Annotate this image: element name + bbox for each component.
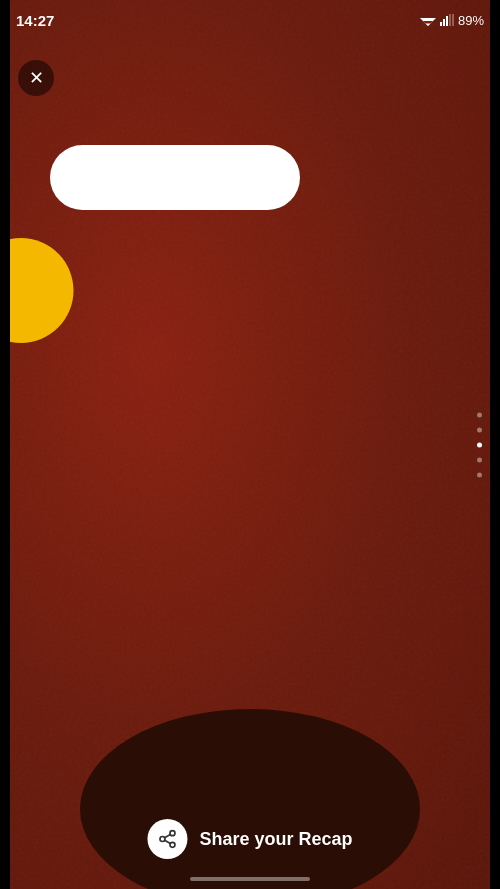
share-icon xyxy=(157,829,177,849)
share-area[interactable]: Share your Recap xyxy=(147,819,352,859)
svg-rect-5 xyxy=(446,16,448,26)
svg-marker-2 xyxy=(425,24,430,27)
svg-line-12 xyxy=(165,834,171,837)
status-time: 14:27 xyxy=(16,12,54,29)
status-bar: 14:27 89% xyxy=(0,0,500,40)
svg-rect-4 xyxy=(443,19,445,26)
white-pill-decoration xyxy=(50,145,300,210)
close-button[interactable]: ✕ xyxy=(18,60,54,96)
status-icons: 89% xyxy=(420,13,484,28)
svg-rect-6 xyxy=(449,14,451,26)
signal-icon xyxy=(440,14,454,26)
pagination-dot-2 xyxy=(477,427,482,432)
pagination-dot-1 xyxy=(477,412,482,417)
svg-line-11 xyxy=(165,840,171,843)
pagination-dot-5 xyxy=(477,472,482,477)
close-icon: ✕ xyxy=(29,69,44,87)
pagination-dot-3 xyxy=(477,442,482,447)
pagination-dot-4 xyxy=(477,457,482,462)
right-frame xyxy=(490,0,500,889)
svg-rect-7 xyxy=(452,14,454,26)
left-frame xyxy=(0,0,10,889)
wifi-icon xyxy=(420,14,436,26)
share-icon-circle xyxy=(147,819,187,859)
screen: 14:27 89% ✕ xyxy=(0,0,500,889)
share-label: Share your Recap xyxy=(199,829,352,850)
home-indicator xyxy=(190,877,310,881)
svg-rect-3 xyxy=(440,22,442,26)
pagination-dots xyxy=(477,412,482,477)
battery-status: 89% xyxy=(458,13,484,28)
